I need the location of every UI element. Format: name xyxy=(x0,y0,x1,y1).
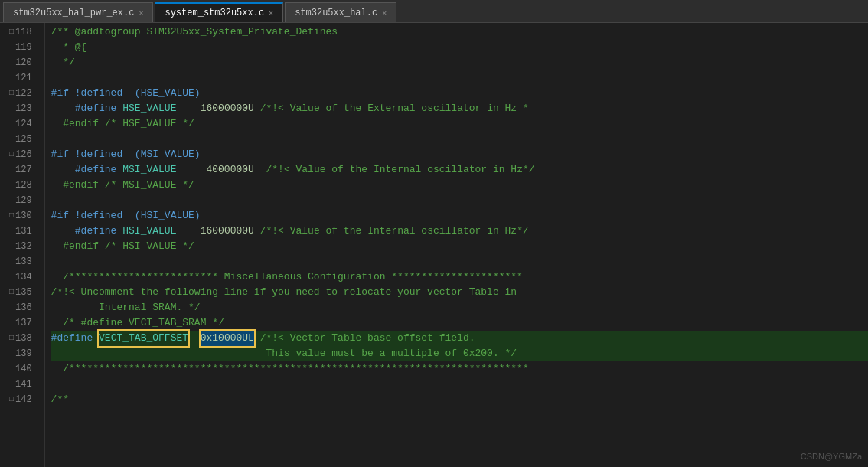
tab-pwr-close[interactable]: ✕ xyxy=(139,8,143,18)
code-line: Internal SRAM. */ xyxy=(51,300,868,315)
line-number: 137 xyxy=(6,315,38,331)
code-area: □118119120121□122123124125□126127128129□… xyxy=(0,23,868,467)
line-number: 139 xyxy=(6,346,38,361)
line-number: 125 xyxy=(6,132,38,147)
code-line: /***************************************… xyxy=(51,361,868,377)
line-number: 132 xyxy=(6,239,38,254)
code-line: #define MSI_VALUE 4000000U /*!< Value of… xyxy=(51,162,868,178)
code-line xyxy=(51,132,868,147)
line-number: □138 xyxy=(6,331,38,346)
code-line: #define HSE_VALUE 16000000U /*!< Value o… xyxy=(51,101,868,116)
code-line: /** xyxy=(51,392,868,407)
tab-system-close[interactable]: ✕ xyxy=(269,8,273,18)
fold-icon[interactable]: □ xyxy=(9,392,14,407)
tab-system-label: system_stm32u5xx.c xyxy=(165,8,264,18)
fold-icon[interactable]: □ xyxy=(9,331,14,346)
fold-icon[interactable]: □ xyxy=(9,86,14,101)
code-line: /** @addtogroup STM32U5xx_System_Private… xyxy=(51,24,868,40)
line-number: □135 xyxy=(6,285,38,300)
line-number: 127 xyxy=(6,162,38,178)
watermark: CSDN@YGMZa xyxy=(801,452,862,461)
line-number: 124 xyxy=(6,116,38,132)
fold-icon[interactable]: □ xyxy=(9,24,14,40)
code-line: * @{ xyxy=(51,40,868,55)
code-line: #define VECT_TAB_OFFSET 0x10000UL /*!< V… xyxy=(51,331,868,346)
fold-icon[interactable]: □ xyxy=(9,147,14,162)
line-number: 121 xyxy=(6,70,38,86)
code-line: This value must be a multiple of 0x200. … xyxy=(51,346,868,361)
line-number: 120 xyxy=(6,55,38,70)
tab-bar: stm32u5xx_hal_pwr_ex.c ✕ system_stm32u5x… xyxy=(0,0,868,23)
tab-hal-label: stm32u5xx_hal.c xyxy=(295,8,377,18)
line-number: 134 xyxy=(6,269,38,285)
tab-hal[interactable]: stm32u5xx_hal.c ✕ xyxy=(285,2,396,22)
tab-pwr-label: stm32u5xx_hal_pwr_ex.c xyxy=(13,8,134,18)
fold-icon[interactable]: □ xyxy=(9,208,14,224)
code-line xyxy=(51,254,868,269)
code-line xyxy=(51,70,868,86)
line-number: □126 xyxy=(6,147,38,162)
line-number: □118 xyxy=(6,24,38,40)
line-number: □130 xyxy=(6,208,38,224)
code-line: #if !defined (MSI_VALUE) xyxy=(51,147,868,162)
tab-system[interactable]: system_stm32u5xx.c ✕ xyxy=(155,2,283,22)
code-line: /*!< Uncomment the following line if you… xyxy=(51,285,868,300)
line-number: □142 xyxy=(6,392,38,407)
line-number: 119 xyxy=(6,40,38,55)
line-number: 128 xyxy=(6,178,38,193)
line-number: 123 xyxy=(6,101,38,116)
code-line xyxy=(51,193,868,208)
line-number: 141 xyxy=(6,377,38,392)
line-number: 129 xyxy=(6,193,38,208)
code-line: /* #define VECT_TAB_SRAM */ xyxy=(51,315,868,331)
code-line: #define HSI_VALUE 16000000U /*!< Value o… xyxy=(51,224,868,239)
fold-icon[interactable]: □ xyxy=(9,285,14,300)
tab-hal-close[interactable]: ✕ xyxy=(382,8,387,18)
line-number: 131 xyxy=(6,224,38,239)
code-line: #endif /* MSI_VALUE */ xyxy=(51,178,868,193)
code-line xyxy=(51,377,868,392)
code-line: #endif /* HSI_VALUE */ xyxy=(51,239,868,254)
code-line: #if !defined (HSI_VALUE) xyxy=(51,208,868,224)
code-line: #endif /* HSE_VALUE */ xyxy=(51,116,868,132)
line-number: 133 xyxy=(6,254,38,269)
line-number: □122 xyxy=(6,86,38,101)
code-line: */ xyxy=(51,55,868,70)
line-number: 136 xyxy=(6,300,38,315)
code-line: #if !defined (HSE_VALUE) xyxy=(51,86,868,101)
code-content[interactable]: /** @addtogroup STM32U5xx_System_Private… xyxy=(45,23,868,467)
line-number: 140 xyxy=(6,361,38,377)
tab-pwr[interactable]: stm32u5xx_hal_pwr_ex.c ✕ xyxy=(3,2,153,22)
code-line: /************************* Miscellaneous… xyxy=(51,269,868,285)
line-numbers: □118119120121□122123124125□126127128129□… xyxy=(0,23,45,467)
